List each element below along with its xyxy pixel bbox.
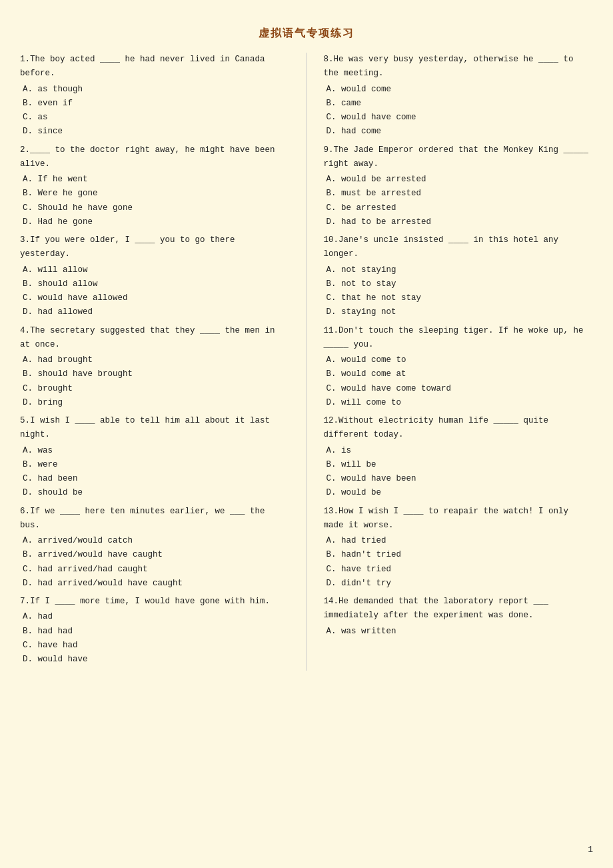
option-q11-3: D. will come to: [324, 396, 594, 410]
question-text-q14: 14.He demanded that the laboratory repor…: [324, 595, 594, 623]
page-number: 1: [588, 845, 593, 855]
option-q10-2: C. that he not stay: [324, 291, 594, 305]
option-q3-3: D. had allowed: [20, 305, 290, 319]
question-text-q13: 13.How I wish I ____ to reapair the watc…: [324, 505, 594, 533]
option-q10-1: B. not to stay: [324, 277, 594, 291]
option-q7-0: A. had: [20, 610, 290, 624]
question-q1: 1.The boy acted ____ he had never lived …: [20, 53, 290, 139]
option-q7-3: D. would have: [20, 653, 290, 667]
option-q6-2: C. had arrived/had caught: [20, 563, 290, 577]
option-q10-3: D. staying not: [324, 305, 594, 319]
option-q3-1: B. should allow: [20, 277, 290, 291]
question-q7: 7.If I ____ more time, I would have gone…: [20, 595, 290, 667]
question-q13: 13.How I wish I ____ to reapair the watc…: [324, 505, 594, 591]
option-q8-2: C. would have come: [324, 111, 594, 125]
option-q3-0: A. will allow: [20, 263, 290, 277]
question-q5: 5.I wish I ____ able to tell him all abo…: [20, 414, 290, 501]
question-text-q11: 11.Don't touch the sleeping tiger. If he…: [324, 324, 594, 353]
question-q2: 2.____ to the doctor right away, he migh…: [20, 143, 290, 230]
question-q11: 11.Don't touch the sleeping tiger. If he…: [324, 324, 594, 411]
option-q2-1: B. Were he gone: [20, 187, 290, 201]
option-q8-1: B. came: [324, 97, 594, 111]
option-q5-2: C. had been: [20, 472, 290, 486]
option-q12-2: C. would have been: [324, 472, 594, 486]
option-q5-3: D. should be: [20, 486, 290, 500]
option-q9-1: B. must be arrested: [324, 187, 594, 201]
option-q7-2: C. have had: [20, 639, 290, 653]
question-text-q8: 8.He was very busy yesterday, otherwise …: [324, 53, 594, 81]
option-q12-3: D. would be: [324, 486, 594, 500]
option-q9-2: C. be arrested: [324, 201, 594, 215]
question-q4: 4.The secretary suggested that they ____…: [20, 324, 290, 411]
question-text-q9: 9.The Jade Emperor ordered that the Monk…: [324, 143, 594, 172]
option-q1-3: D. since: [20, 125, 290, 139]
question-text-q4: 4.The secretary suggested that they ____…: [20, 324, 290, 353]
option-q11-2: C. would have come toward: [324, 382, 594, 396]
question-text-q10: 10.Jane's uncle insisted ____ in this ho…: [324, 233, 594, 262]
option-q8-3: D. had come: [324, 125, 594, 139]
question-q6: 6.If we ____ here ten minutes earlier, w…: [20, 505, 290, 591]
option-q11-0: A. would come to: [324, 353, 594, 367]
option-q13-3: D. didn't try: [324, 577, 594, 591]
option-q13-1: B. hadn't tried: [324, 548, 594, 562]
option-q6-0: A. arrived/would catch: [20, 534, 290, 548]
option-q5-0: A. was: [20, 444, 290, 458]
option-q6-3: D. had arrived/would have caught: [20, 577, 290, 591]
option-q2-2: C. Should he have gone: [20, 201, 290, 215]
option-q12-1: B. will be: [324, 458, 594, 472]
right-column: 8.He was very busy yesterday, otherwise …: [324, 53, 594, 671]
question-text-q2: 2.____ to the doctor right away, he migh…: [20, 143, 290, 172]
option-q14-0: A. was written: [324, 625, 594, 639]
option-q1-2: C. as: [20, 111, 290, 125]
question-q8: 8.He was very busy yesterday, otherwise …: [324, 53, 594, 139]
option-q9-3: D. had to be arrested: [324, 215, 594, 229]
question-text-q7: 7.If I ____ more time, I would have gone…: [20, 595, 290, 609]
page-title: 虚拟语气专项练习: [20, 27, 593, 41]
option-q4-2: C. brought: [20, 382, 290, 396]
option-q9-0: A. would be arrested: [324, 173, 594, 187]
option-q12-0: A. is: [324, 444, 594, 458]
option-q4-1: B. should have brought: [20, 367, 290, 381]
option-q10-0: A. not staying: [324, 263, 594, 277]
option-q11-1: B. would come at: [324, 367, 594, 381]
option-q3-2: C. would have allowed: [20, 291, 290, 305]
question-q9: 9.The Jade Emperor ordered that the Monk…: [324, 143, 594, 230]
question-text-q1: 1.The boy acted ____ he had never lived …: [20, 53, 290, 81]
question-q12: 12.Without electricity human life _____ …: [324, 414, 594, 501]
question-text-q6: 6.If we ____ here ten minutes earlier, w…: [20, 505, 290, 533]
option-q7-1: B. had had: [20, 625, 290, 639]
question-q14: 14.He demanded that the laboratory repor…: [324, 595, 594, 639]
option-q1-0: A. as though: [20, 83, 290, 97]
column-divider: [306, 53, 307, 671]
option-q5-1: B. were: [20, 458, 290, 472]
left-column: 1.The boy acted ____ he had never lived …: [20, 53, 290, 671]
option-q2-3: D. Had he gone: [20, 215, 290, 229]
option-q1-1: B. even if: [20, 97, 290, 111]
question-text-q3: 3.If you were older, I ____ you to go th…: [20, 233, 290, 262]
option-q13-2: C. have tried: [324, 563, 594, 577]
option-q4-3: D. bring: [20, 396, 290, 410]
option-q6-1: B. arrived/would have caught: [20, 548, 290, 562]
option-q8-0: A. would come: [324, 83, 594, 97]
option-q2-0: A. If he went: [20, 173, 290, 187]
question-q10: 10.Jane's uncle insisted ____ in this ho…: [324, 233, 594, 320]
option-q13-0: A. had tried: [324, 534, 594, 548]
columns-container: 1.The boy acted ____ he had never lived …: [20, 53, 593, 671]
question-text-q5: 5.I wish I ____ able to tell him all abo…: [20, 414, 290, 443]
question-text-q12: 12.Without electricity human life _____ …: [324, 414, 594, 443]
page: 虚拟语气专项练习 1.The boy acted ____ he had nev…: [0, 0, 613, 868]
option-q4-0: A. had brought: [20, 353, 290, 367]
question-q3: 3.If you were older, I ____ you to go th…: [20, 233, 290, 320]
